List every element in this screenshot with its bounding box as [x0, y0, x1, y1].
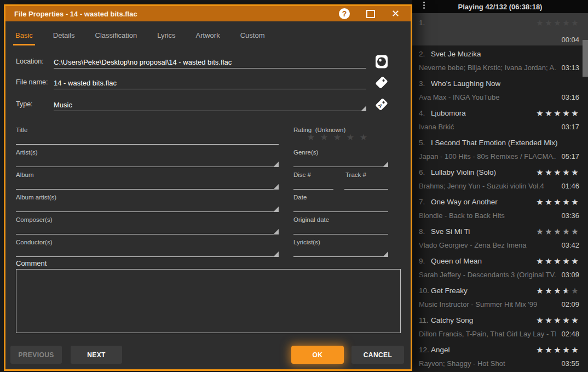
track-title: Svet Je Muzika [431, 50, 481, 58]
tag-icon[interactable] [374, 76, 389, 89]
track-duration: 03:42 [561, 241, 579, 249]
genre-input[interactable] [293, 154, 388, 167]
list-item-artist-line: Blondie - Back to Back Hits 03:36 [419, 210, 579, 221]
rating-stars[interactable]: ★★★★★ [531, 198, 579, 206]
kebab-menu-icon[interactable] [423, 2, 425, 9]
combo-dropdown-arrow[interactable] [273, 207, 279, 212]
list-item-title-line: 9. Queen of Mean ★★★★★ [419, 255, 579, 267]
track-number: 12. [419, 346, 430, 354]
track-duration: 03:09 [561, 271, 579, 279]
rating-stars[interactable]: ★★★★★ [531, 19, 579, 27]
track-title: Queen of Mean [431, 257, 482, 265]
auto-tag-icon[interactable]: A [374, 98, 389, 111]
date-input[interactable] [293, 199, 388, 212]
list-item[interactable]: 3. Who's Laughing Now Ava Max - INGA You… [412, 75, 588, 105]
list-item-title-line: 11. Catchy Song ★★★★★ [419, 314, 579, 326]
basic-tab-form: Location: File name: Type: A Title Artis… [5, 45, 411, 369]
list-item[interactable]: 4. Ljubomora ★★★★★ Ivana Brkić 03:17 [412, 105, 588, 134]
list-item[interactable]: 9. Queen of Mean ★★★★★ Sarah Jeffery - D… [412, 253, 588, 282]
track-artist: Ava Max - INGA YouTube [419, 93, 556, 101]
track-number: 9. [419, 257, 430, 265]
help-icon[interactable]: ? [339, 8, 350, 19]
list-item[interactable]: 8. Sve Si Mi Ti ★★★★★ Vlado Georgiev - Z… [412, 223, 588, 253]
comment-textarea[interactable] [16, 269, 401, 333]
list-item-artist-line: Brahms; Jenny Yun - Suzuki violin Vol.4 … [419, 180, 579, 192]
tab-lyrics[interactable]: Lyrics [155, 31, 177, 45]
track-artist: Ivana Brkić [419, 123, 556, 131]
lyricist-input[interactable] [293, 244, 388, 257]
tab-artwork[interactable]: Artwork [194, 31, 222, 45]
track-artist: Rayvon; Shaggy - Hot Shot [419, 359, 556, 368]
combo-dropdown-arrow[interactable] [383, 251, 388, 257]
filename-input[interactable] [54, 77, 366, 89]
track-title: Get Freaky [431, 287, 468, 295]
rating-stars[interactable]: ★★★★★ [531, 168, 579, 176]
rating-stars[interactable]: ★★★★★ [531, 316, 579, 324]
combo-dropdown-arrow[interactable] [273, 229, 279, 234]
close-icon[interactable]: ✕ [391, 9, 400, 19]
field-input[interactable] [16, 199, 279, 212]
track-duration: 05:17 [561, 152, 579, 161]
track-duration: 03:55 [561, 359, 579, 368]
track-title: Angel [431, 346, 450, 354]
list-item[interactable]: 11. Catchy Song ★★★★★ Dillon Francis, T-… [412, 312, 588, 341]
field-input[interactable] [16, 222, 279, 234]
playlist-header-title: Playing 42/132 (06:38:18) [412, 3, 588, 11]
ok-button[interactable]: OK [291, 346, 344, 364]
previous-button[interactable]: PREVIOUS [10, 346, 62, 364]
rating-stars[interactable]: ★★★★★ [531, 346, 579, 354]
track-number: 6. [419, 168, 430, 176]
location-input[interactable] [54, 56, 366, 68]
track-artist: Sarah Jeffery - Descendants 3 (Original … [419, 271, 556, 279]
type-select[interactable] [54, 99, 366, 111]
rating-stars[interactable]: ★★★★★ [531, 227, 579, 236]
list-item-title-line: 12. Angel ★★★★★ [419, 344, 579, 356]
combo-dropdown-arrow[interactable] [273, 162, 279, 167]
titlebar-icons: ? ✕ [339, 8, 400, 19]
list-item[interactable]: 7. One Way or Another ★★★★★ Blondie - Ba… [412, 193, 588, 223]
original-date-input[interactable] [293, 222, 388, 234]
list-item[interactable]: 6. Lullaby Violin (Solo) ★★★★★ Brahms; J… [412, 164, 588, 193]
tab-custom[interactable]: Custom [238, 31, 267, 45]
track-artist: Music Instructor - Summer Hit Mix '99 [419, 300, 556, 308]
track-artist: Vlado Georgiev - Zena Bez Imena [419, 241, 556, 249]
list-item-artist-line: Dillon Francis, T-Pain, That Girl Lay La… [419, 328, 579, 340]
combo-dropdown-arrow[interactable] [273, 184, 279, 190]
playlist-header: Playing 42/132 (06:38:18) [412, 0, 588, 13]
cancel-button[interactable]: CANCEL [351, 346, 404, 364]
list-item-artist-line: Neverne bebe; Bilja Krstic; Ivana Jordan… [419, 62, 579, 73]
list-item[interactable]: 2. Svet Je Muzika Neverne bebe; Bilja Kr… [412, 45, 588, 75]
maximize-icon[interactable] [366, 10, 375, 18]
combo-dropdown-arrow[interactable] [383, 162, 388, 167]
combo-dropdown-arrow[interactable] [361, 106, 366, 111]
list-item[interactable]: 12. Angel ★★★★★ Rayvon; Shaggy - Hot Sho… [412, 341, 588, 371]
field-input[interactable] [16, 154, 279, 167]
rating-stars[interactable]: ★★★★★ [531, 109, 579, 117]
field-input[interactable] [16, 177, 279, 190]
track-duration: 00:04 [561, 36, 579, 44]
list-item[interactable]: 1. ★★★★★ 00:04 [412, 13, 588, 45]
track-title: Sve Si Mi Ti [431, 227, 470, 236]
rating-stars[interactable]: ★★★★★ [531, 257, 579, 265]
list-item-title-line: 8. Sve Si Mi Ti ★★★★★ [419, 226, 579, 237]
dialog-titlebar: File Properties - 14 - wasted bits.flac … [5, 6, 411, 21]
field-input[interactable] [16, 132, 279, 145]
locate-file-icon[interactable] [374, 55, 389, 68]
combo-dropdown-arrow[interactable] [273, 251, 279, 257]
list-item[interactable]: 10. Get Freaky ★★★★★★ Music Instructor -… [412, 282, 588, 312]
tab-details[interactable]: Details [51, 31, 77, 45]
tab-basic[interactable]: Basic [13, 31, 35, 45]
disc-input[interactable] [293, 177, 333, 190]
track-artist: Brahms; Jenny Yun - Suzuki violin Vol.4 [419, 182, 556, 190]
track-number: 1. [419, 19, 430, 27]
list-item-artist-line: Vlado Georgiev - Zena Bez Imena 03:42 [419, 239, 579, 251]
track-input[interactable] [344, 177, 388, 190]
tab-classification[interactable]: Classification [93, 31, 140, 45]
next-button[interactable]: NEXT [71, 346, 122, 364]
rating-stars[interactable]: ★★★★★★ [531, 287, 579, 295]
field-input[interactable] [16, 244, 279, 257]
rating-stars[interactable]: ★★★★★ [304, 133, 370, 142]
comment-label: Comment [16, 259, 47, 267]
list-item[interactable]: 5. I Second That Emotion (Extended Mix) … [412, 134, 588, 164]
scrollbar-thumb[interactable] [583, 40, 588, 77]
